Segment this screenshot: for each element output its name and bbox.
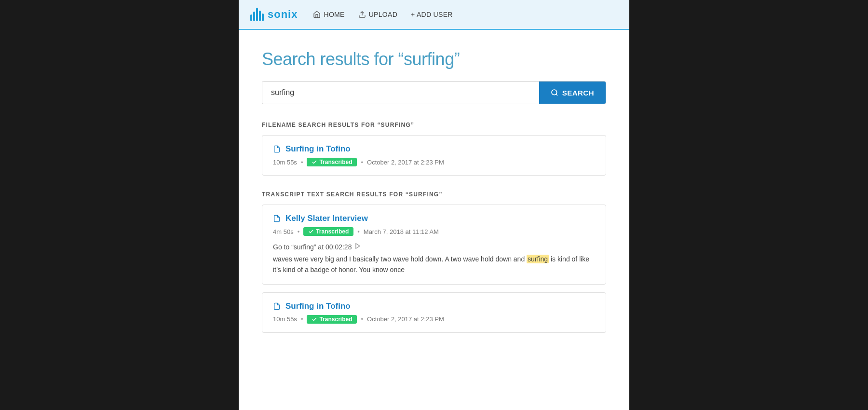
home-icon [313, 11, 321, 18]
nav-add-user-label: + ADD USER [411, 11, 453, 18]
file-icon [273, 145, 281, 153]
navbar: sonix HOME UPLOAD + ADD USER [239, 0, 629, 30]
transcript-result-meta-0: 4m 50s • Transcribed • March 7, 2018 at … [273, 227, 595, 236]
transcript-duration-1: 10m 55s [273, 315, 297, 323]
nav-home-label: HOME [324, 11, 344, 18]
filename-result-meta-0: 10m 55s • Transcribed • October 2, 2017 … [273, 158, 595, 166]
play-icon[interactable] [354, 243, 361, 251]
svg-marker-3 [356, 244, 360, 249]
transcribed-badge-1: Transcribed [303, 227, 353, 236]
transcript-result-1: Surfing in Tofino 10m 55s • Transcribed … [262, 292, 606, 333]
search-button-label: SEARCH [562, 89, 594, 97]
logo-icon [250, 8, 264, 21]
svg-point-1 [552, 90, 557, 95]
logo-text: sonix [268, 8, 298, 21]
nav-upload-label: UPLOAD [369, 11, 397, 18]
nav-add-user[interactable]: + ADD USER [411, 11, 453, 18]
check-icon [312, 159, 317, 165]
filename-result-title-0[interactable]: Surfing in Tofino [273, 144, 595, 154]
transcript-section: TRANSCRIPT TEXT SEARCH RESULTS FOR “SURF… [262, 191, 606, 333]
nav-home[interactable]: HOME [313, 11, 344, 18]
search-button[interactable]: SEARCH [539, 82, 606, 104]
main-content: Search results for “surfing” SEARCH FILE… [239, 30, 629, 410]
play-triangle-icon [354, 243, 361, 249]
transcribed-badge-0: Transcribed [307, 158, 357, 166]
transcript-text-0: waves were very big and I basically two … [273, 254, 595, 275]
search-input[interactable] [262, 82, 539, 104]
filename-duration-0: 10m 55s [273, 159, 297, 166]
transcript-result-0: Kelly Slater Interview 4m 50s • Transcri… [262, 205, 606, 285]
transcript-result-title-1[interactable]: Surfing in Tofino [273, 301, 595, 311]
logo[interactable]: sonix [250, 8, 298, 21]
transcript-section-header: TRANSCRIPT TEXT SEARCH RESULTS FOR “SURF… [262, 191, 606, 198]
search-bar: SEARCH [262, 81, 606, 104]
nav-upload[interactable]: UPLOAD [358, 11, 397, 18]
go-to-text-0: Go to “surfing” at 00:02:28 [273, 243, 352, 251]
file-icon-2 [273, 215, 281, 222]
nav-links: HOME UPLOAD + ADD USER [313, 11, 618, 18]
transcript-duration-0: 4m 50s [273, 228, 294, 235]
page-title: Search results for “surfing” [262, 49, 606, 69]
filename-section: FILENAME SEARCH RESULTS FOR “SURFING” Su… [262, 122, 606, 176]
filename-result-0: Surfing in Tofino 10m 55s • Transcribed … [262, 135, 606, 176]
check-icon-2 [308, 229, 314, 234]
transcript-before-0: waves were very big and I basically two … [273, 255, 527, 263]
svg-line-2 [556, 94, 557, 96]
filename-section-header: FILENAME SEARCH RESULTS FOR “SURFING” [262, 122, 606, 128]
search-icon [551, 89, 558, 96]
transcript-result-title-0[interactable]: Kelly Slater Interview [273, 214, 595, 223]
go-to-link-0[interactable]: Go to “surfing” at 00:02:28 [273, 243, 595, 251]
file-icon-3 [273, 302, 281, 310]
transcript-date-0: March 7, 2018 at 11:12 AM [364, 228, 439, 235]
transcribed-badge-2: Transcribed [307, 315, 357, 324]
transcript-date-1: October 2, 2017 at 2:23 PM [367, 315, 444, 323]
filename-date-0: October 2, 2017 at 2:23 PM [367, 159, 444, 166]
check-icon-3 [312, 316, 317, 322]
transcript-highlight-0: surfing [527, 255, 549, 263]
upload-icon [358, 11, 366, 18]
transcript-result-meta-1: 10m 55s • Transcribed • October 2, 2017 … [273, 315, 595, 324]
